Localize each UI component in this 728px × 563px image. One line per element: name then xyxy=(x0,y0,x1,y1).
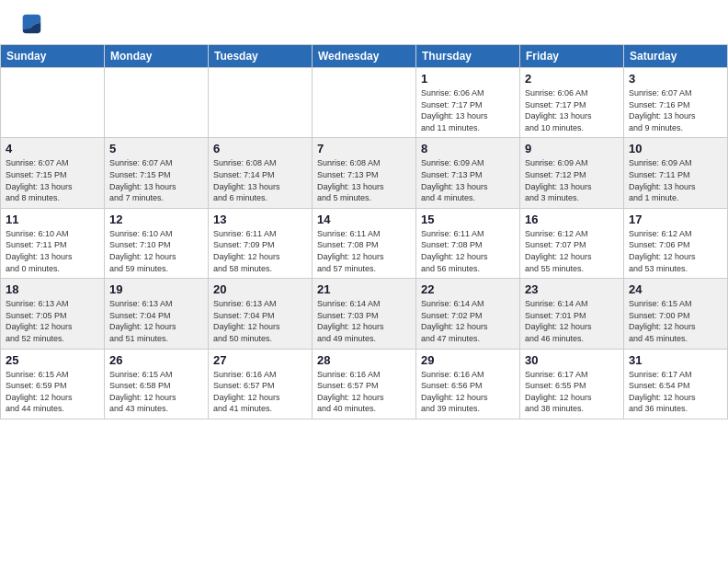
day-info: Sunrise: 6:10 AM Sunset: 7:11 PM Dayligh… xyxy=(6,228,99,274)
calendar-cell: 27Sunrise: 6:16 AM Sunset: 6:57 PM Dayli… xyxy=(209,349,313,419)
weekday-header: Wednesday xyxy=(313,45,416,68)
calendar-cell: 1Sunrise: 6:06 AM Sunset: 7:17 PM Daylig… xyxy=(416,68,520,138)
day-info: Sunrise: 6:16 AM Sunset: 6:57 PM Dayligh… xyxy=(317,369,411,415)
calendar-cell: 6Sunrise: 6:08 AM Sunset: 7:14 PM Daylig… xyxy=(209,138,313,208)
calendar-week-row: 1Sunrise: 6:06 AM Sunset: 7:17 PM Daylig… xyxy=(1,68,728,138)
day-number: 11 xyxy=(6,213,99,226)
day-number: 13 xyxy=(213,213,307,226)
calendar-cell: 22Sunrise: 6:14 AM Sunset: 7:02 PM Dayli… xyxy=(416,279,520,349)
calendar-week-row: 18Sunrise: 6:13 AM Sunset: 7:05 PM Dayli… xyxy=(1,279,728,349)
calendar-cell: 9Sunrise: 6:09 AM Sunset: 7:12 PM Daylig… xyxy=(520,138,624,208)
calendar-cell: 12Sunrise: 6:10 AM Sunset: 7:10 PM Dayli… xyxy=(105,208,209,278)
day-number: 9 xyxy=(525,142,619,155)
calendar-header-row: SundayMondayTuesdayWednesdayThursdayFrid… xyxy=(1,45,728,68)
calendar-cell: 25Sunrise: 6:15 AM Sunset: 6:59 PM Dayli… xyxy=(1,349,105,419)
day-info: Sunrise: 6:16 AM Sunset: 6:56 PM Dayligh… xyxy=(421,369,515,415)
day-number: 28 xyxy=(317,353,411,367)
day-number: 8 xyxy=(421,142,515,155)
calendar-cell: 23Sunrise: 6:14 AM Sunset: 7:01 PM Dayli… xyxy=(520,279,624,349)
calendar-cell: 19Sunrise: 6:13 AM Sunset: 7:04 PM Dayli… xyxy=(105,279,209,349)
calendar-cell xyxy=(1,68,105,138)
day-info: Sunrise: 6:09 AM Sunset: 7:12 PM Dayligh… xyxy=(525,157,619,203)
calendar-cell: 2Sunrise: 6:06 AM Sunset: 7:17 PM Daylig… xyxy=(520,68,624,138)
calendar-cell: 24Sunrise: 6:15 AM Sunset: 7:00 PM Dayli… xyxy=(624,279,728,349)
calendar-cell: 28Sunrise: 6:16 AM Sunset: 6:57 PM Dayli… xyxy=(313,349,416,419)
day-number: 29 xyxy=(421,353,515,367)
calendar-cell: 21Sunrise: 6:14 AM Sunset: 7:03 PM Dayli… xyxy=(313,279,416,349)
day-number: 21 xyxy=(317,282,411,296)
day-info: Sunrise: 6:11 AM Sunset: 7:08 PM Dayligh… xyxy=(317,228,411,274)
weekday-header: Friday xyxy=(520,45,624,68)
day-number: 31 xyxy=(629,353,722,367)
day-info: Sunrise: 6:12 AM Sunset: 7:06 PM Dayligh… xyxy=(629,228,722,274)
calendar-cell: 26Sunrise: 6:15 AM Sunset: 6:58 PM Dayli… xyxy=(105,349,209,419)
day-info: Sunrise: 6:17 AM Sunset: 6:55 PM Dayligh… xyxy=(525,369,619,415)
day-info: Sunrise: 6:16 AM Sunset: 6:57 PM Dayligh… xyxy=(213,369,307,415)
calendar-cell xyxy=(313,68,416,138)
day-number: 3 xyxy=(629,72,722,86)
calendar-cell xyxy=(209,68,313,138)
day-info: Sunrise: 6:15 AM Sunset: 7:00 PM Dayligh… xyxy=(629,298,722,344)
day-number: 1 xyxy=(421,72,515,86)
calendar-cell: 8Sunrise: 6:09 AM Sunset: 7:13 PM Daylig… xyxy=(416,138,520,208)
day-info: Sunrise: 6:10 AM Sunset: 7:10 PM Dayligh… xyxy=(109,228,203,274)
calendar-cell: 5Sunrise: 6:07 AM Sunset: 7:15 PM Daylig… xyxy=(105,138,209,208)
day-info: Sunrise: 6:15 AM Sunset: 6:59 PM Dayligh… xyxy=(6,369,99,415)
weekday-header: Thursday xyxy=(416,45,520,68)
day-number: 4 xyxy=(6,142,99,155)
day-info: Sunrise: 6:14 AM Sunset: 7:02 PM Dayligh… xyxy=(421,298,515,344)
logo xyxy=(18,11,48,37)
day-info: Sunrise: 6:17 AM Sunset: 6:54 PM Dayligh… xyxy=(629,369,722,415)
day-number: 25 xyxy=(6,353,99,367)
day-info: Sunrise: 6:11 AM Sunset: 7:08 PM Dayligh… xyxy=(421,228,515,274)
day-info: Sunrise: 6:13 AM Sunset: 7:04 PM Dayligh… xyxy=(213,298,307,344)
day-info: Sunrise: 6:06 AM Sunset: 7:17 PM Dayligh… xyxy=(421,87,515,133)
weekday-header: Monday xyxy=(105,45,209,68)
day-number: 5 xyxy=(109,142,203,155)
page-header xyxy=(0,0,728,44)
day-number: 30 xyxy=(525,353,619,367)
day-info: Sunrise: 6:07 AM Sunset: 7:15 PM Dayligh… xyxy=(109,157,203,203)
day-number: 23 xyxy=(525,282,619,296)
calendar-cell: 10Sunrise: 6:09 AM Sunset: 7:11 PM Dayli… xyxy=(624,138,728,208)
calendar-cell: 16Sunrise: 6:12 AM Sunset: 7:07 PM Dayli… xyxy=(520,208,624,278)
logo-icon xyxy=(18,11,44,37)
day-number: 17 xyxy=(629,213,722,226)
day-info: Sunrise: 6:15 AM Sunset: 6:58 PM Dayligh… xyxy=(109,369,203,415)
weekday-header: Sunday xyxy=(1,45,105,68)
day-number: 12 xyxy=(109,213,203,226)
day-number: 2 xyxy=(525,72,619,86)
calendar-cell xyxy=(105,68,209,138)
calendar-cell: 31Sunrise: 6:17 AM Sunset: 6:54 PM Dayli… xyxy=(624,349,728,419)
day-info: Sunrise: 6:13 AM Sunset: 7:05 PM Dayligh… xyxy=(6,298,99,344)
day-number: 7 xyxy=(317,142,411,155)
calendar-cell: 20Sunrise: 6:13 AM Sunset: 7:04 PM Dayli… xyxy=(209,279,313,349)
day-info: Sunrise: 6:13 AM Sunset: 7:04 PM Dayligh… xyxy=(109,298,203,344)
day-number: 20 xyxy=(213,282,307,296)
day-number: 15 xyxy=(421,213,515,226)
calendar-cell: 30Sunrise: 6:17 AM Sunset: 6:55 PM Dayli… xyxy=(520,349,624,419)
calendar-cell: 13Sunrise: 6:11 AM Sunset: 7:09 PM Dayli… xyxy=(209,208,313,278)
calendar-cell: 4Sunrise: 6:07 AM Sunset: 7:15 PM Daylig… xyxy=(1,138,105,208)
day-number: 19 xyxy=(109,282,203,296)
day-number: 16 xyxy=(525,213,619,226)
day-info: Sunrise: 6:09 AM Sunset: 7:11 PM Dayligh… xyxy=(629,157,722,203)
day-info: Sunrise: 6:06 AM Sunset: 7:17 PM Dayligh… xyxy=(525,87,619,133)
day-number: 22 xyxy=(421,282,515,296)
day-info: Sunrise: 6:07 AM Sunset: 7:16 PM Dayligh… xyxy=(629,87,722,133)
calendar-cell: 7Sunrise: 6:08 AM Sunset: 7:13 PM Daylig… xyxy=(313,138,416,208)
calendar-cell: 15Sunrise: 6:11 AM Sunset: 7:08 PM Dayli… xyxy=(416,208,520,278)
calendar-week-row: 25Sunrise: 6:15 AM Sunset: 6:59 PM Dayli… xyxy=(1,349,728,419)
day-info: Sunrise: 6:14 AM Sunset: 7:01 PM Dayligh… xyxy=(525,298,619,344)
calendar-cell: 17Sunrise: 6:12 AM Sunset: 7:06 PM Dayli… xyxy=(624,208,728,278)
day-number: 6 xyxy=(213,142,307,155)
calendar-cell: 29Sunrise: 6:16 AM Sunset: 6:56 PM Dayli… xyxy=(416,349,520,419)
calendar-cell: 11Sunrise: 6:10 AM Sunset: 7:11 PM Dayli… xyxy=(1,208,105,278)
day-number: 24 xyxy=(629,282,722,296)
calendar-table: SundayMondayTuesdayWednesdayThursdayFrid… xyxy=(0,44,728,419)
day-number: 27 xyxy=(213,353,307,367)
day-info: Sunrise: 6:14 AM Sunset: 7:03 PM Dayligh… xyxy=(317,298,411,344)
calendar-cell: 18Sunrise: 6:13 AM Sunset: 7:05 PM Dayli… xyxy=(1,279,105,349)
day-info: Sunrise: 6:09 AM Sunset: 7:13 PM Dayligh… xyxy=(421,157,515,203)
weekday-header: Tuesday xyxy=(209,45,313,68)
